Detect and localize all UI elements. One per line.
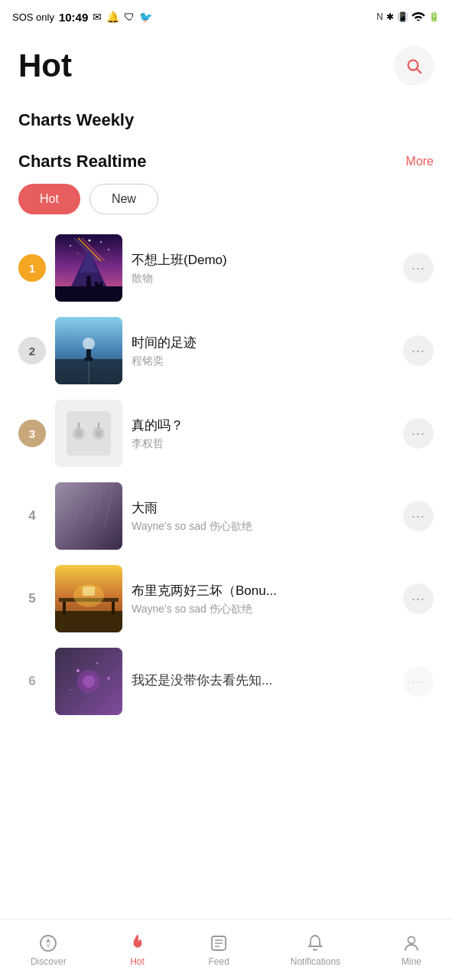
track-name-1: 不想上班(Demo): [132, 251, 394, 269]
svg-point-20: [83, 338, 95, 350]
rank-badge-4: 4: [18, 502, 46, 530]
track-info-5: 布里克两好三坏（Bonu... Wayne's so sad 伤心欲绝: [132, 582, 394, 616]
track-artist-3: 李权哲: [132, 437, 394, 451]
nav-mine-label: Mine: [402, 956, 421, 967]
svg-point-49: [76, 669, 80, 672]
track-info-4: 大雨 Wayne's so sad 伤心欲绝: [132, 499, 394, 534]
svg-rect-14: [86, 280, 91, 288]
status-right: N ✱ 📳 🔋: [376, 10, 440, 24]
track-more-button-5[interactable]: ···: [403, 583, 434, 614]
track-artist-5: Wayne's so sad 伤心欲绝: [132, 603, 394, 616]
track-name-5: 布里克两好三坏（Bonu...: [132, 582, 394, 599]
track-cover-3: [55, 400, 122, 467]
track-cover-1: [55, 234, 122, 302]
more-button[interactable]: More: [406, 155, 434, 168]
track-more-button-6[interactable]: ···: [403, 666, 434, 697]
bell-icon: 🔔: [106, 11, 119, 23]
track-item[interactable]: 4 大雨: [18, 475, 434, 557]
compass-icon: [38, 933, 58, 953]
svg-point-15: [86, 276, 91, 280]
svg-point-50: [96, 662, 99, 665]
envelope-icon: ✉: [93, 11, 102, 23]
wifi-icon: [411, 10, 425, 24]
track-artist-1: 散物: [132, 272, 394, 286]
feed-icon: [209, 933, 229, 953]
track-item[interactable]: 5: [18, 557, 434, 640]
nav-feed-label: Feed: [208, 956, 229, 967]
svg-point-4: [89, 240, 91, 242]
track-cover-2: [55, 317, 122, 384]
bottom-nav: Discover Hot Feed: [0, 919, 452, 980]
nfc-icon: N: [376, 11, 383, 22]
charts-weekly-title: Charts Weekly: [0, 92, 452, 136]
track-item[interactable]: 1: [18, 227, 434, 309]
rank-badge-6: 6: [18, 668, 46, 695]
tab-new[interactable]: New: [89, 184, 158, 214]
track-item[interactable]: 3 真的吗？ 李权哲 ···: [18, 392, 434, 475]
track-info-3: 真的吗？ 李权哲: [132, 416, 394, 451]
flame-icon: [128, 933, 148, 953]
bluebird-icon: 🐦: [139, 11, 152, 23]
svg-point-5: [108, 249, 109, 250]
track-name-6: 我还是没带你去看先知...: [132, 671, 394, 689]
nav-feed[interactable]: Feed: [196, 927, 241, 973]
nav-notifications[interactable]: Notifications: [278, 927, 353, 973]
notifications-bell-icon: [305, 933, 325, 953]
status-left: SOS only 10:49 ✉ 🔔 🛡 🐦: [12, 11, 152, 24]
nav-notifications-label: Notifications: [291, 956, 340, 967]
shield-icon: 🛡: [124, 11, 135, 23]
track-cover-5: [55, 565, 122, 632]
svg-line-1: [417, 69, 421, 73]
svg-point-51: [107, 677, 110, 680]
nav-discover[interactable]: Discover: [18, 927, 79, 973]
svg-rect-13: [55, 286, 122, 302]
svg-rect-30: [96, 430, 102, 436]
rank-badge-1: 1: [18, 254, 46, 282]
svg-rect-23: [86, 349, 91, 360]
track-more-button-1[interactable]: ···: [403, 253, 434, 283]
rank-badge-5: 5: [18, 585, 46, 612]
rank-badge-2: 2: [18, 337, 46, 364]
track-name-4: 大雨: [132, 499, 394, 517]
track-info-6: 我还是没带你去看先知...: [132, 671, 394, 692]
track-info-1: 不想上班(Demo) 散物: [132, 251, 394, 286]
svg-marker-56: [46, 938, 50, 943]
track-more-button-2[interactable]: ···: [403, 335, 434, 366]
header: Hot: [0, 34, 452, 92]
svg-rect-47: [83, 586, 95, 596]
vibrate-icon: 📳: [397, 11, 408, 22]
rank-badge-3: 3: [18, 420, 46, 447]
svg-point-62: [408, 936, 415, 943]
nav-mine[interactable]: Mine: [389, 927, 434, 973]
page-title: Hot: [18, 47, 72, 84]
track-artist-4: Wayne's so sad 伤心欲绝: [132, 520, 394, 534]
svg-rect-17: [95, 282, 98, 286]
battery-icon: 🔋: [428, 11, 440, 22]
nav-hot[interactable]: Hot: [115, 927, 160, 973]
nav-hot-label: Hot: [130, 956, 145, 967]
realtime-header: Charts Realtime More: [0, 136, 452, 181]
track-artist-2: 程铭奕: [132, 354, 394, 368]
status-bar: SOS only 10:49 ✉ 🔔 🛡 🐦 N ✱ 📳 🔋: [0, 0, 452, 34]
track-item[interactable]: 6 我还是: [18, 640, 434, 723]
svg-rect-18: [100, 282, 102, 284]
tab-hot[interactable]: Hot: [18, 184, 80, 214]
search-button[interactable]: [394, 46, 434, 86]
track-name-2: 时间的足迹: [132, 334, 394, 351]
svg-marker-57: [46, 943, 50, 949]
sos-label: SOS only: [12, 11, 54, 23]
svg-point-52: [70, 689, 71, 691]
track-item[interactable]: 2: [18, 309, 434, 392]
track-list: 1: [0, 227, 452, 723]
track-name-3: 真的吗？: [132, 416, 394, 434]
nav-discover-label: Discover: [31, 956, 67, 967]
filter-tabs: Hot New: [0, 181, 452, 227]
svg-point-3: [70, 245, 71, 247]
track-more-button-3[interactable]: ···: [403, 418, 434, 449]
track-more-button-4[interactable]: ···: [403, 501, 434, 531]
svg-rect-33: [55, 482, 122, 550]
svg-point-54: [83, 675, 95, 688]
status-time: 10:49: [59, 11, 88, 24]
track-info-2: 时间的足迹 程铭奕: [132, 334, 394, 368]
track-cover-4: [55, 482, 122, 550]
